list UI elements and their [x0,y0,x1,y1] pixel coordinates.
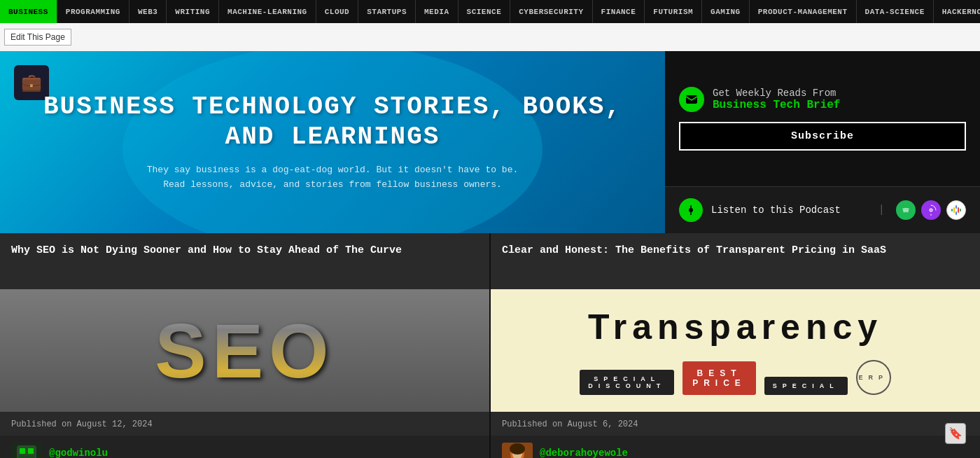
articles-grid: Why SEO is Not Dying Sooner and How to S… [0,233,980,458]
spotify-icon[interactable] [896,200,916,220]
article-image-1: SEO [0,289,489,412]
author-info-1: @godwinolu Victor Oluponmile Godwin [49,447,170,458]
edit-page-button[interactable]: Edit This Page [4,29,71,46]
svg-rect-12 [958,207,959,213]
hero-sidebar: Get Weekly Reads From Business Tech Brie… [665,51,980,233]
article-title-1: Why SEO is Not Dying Sooner and How to S… [0,233,489,289]
svg-rect-15 [20,448,25,454]
newsletter-text: Get Weekly Reads From Business Tech Brie… [713,88,840,111]
article-card-2: Clear and Honest: The Benefits of Transp… [491,233,980,458]
nav-item-cybersecurity[interactable]: CYBERSECURITY [510,0,592,23]
svg-rect-17 [18,455,35,458]
published-date-1: Published on August 12, 2024 [11,419,153,429]
nav-item-writing[interactable]: WRITING [167,0,219,23]
svg-rect-10 [960,209,961,211]
article-title-2: Clear and Honest: The Benefits of Transp… [491,233,980,289]
google-podcasts-icon[interactable] [946,200,966,220]
newsletter-section: Get Weekly Reads From Business Tech Brie… [665,51,980,187]
nav-item-cloud[interactable]: CLOUD [316,0,359,23]
nav-item-futurism[interactable]: FUTURISM [645,0,702,23]
newsletter-label: Get Weekly Reads From [713,88,840,99]
nav-item-data-science[interactable]: DATA-SCIENCE [857,0,934,23]
nav-bar: BUSINESSPROGRAMMINGWEB3WRITINGMACHINE-LE… [0,0,980,23]
nav-item-product-management[interactable]: PRODUCT-MANAGEMENT [750,0,857,23]
podcast-icon [679,198,703,222]
newsletter-icon [679,87,704,112]
podcast-divider: | [878,204,885,216]
podcast-label: Listen to this Podcast [711,204,867,216]
hero-main: 💼 BUSINESS TECHNOLOGY STORIES, BOOKS,AND… [0,51,665,233]
newsletter-name: Business Tech Brief [713,99,840,111]
article-image-2: Transparency SPECIALDISCOUNT BESTPRICE S… [491,289,980,412]
article-card-1: Why SEO is Not Dying Sooner and How to S… [0,233,491,458]
nav-item-science[interactable]: SCIENCE [458,0,511,23]
svg-rect-0 [686,95,697,104]
author-avatar-2 [502,443,533,458]
nav-item-finance[interactable]: FINANCE [593,0,645,23]
svg-point-23 [510,443,525,454]
hero-subtitle: They say business is a dog-eat-dog world… [147,163,519,193]
nav-item-programming[interactable]: PROGRAMMING [57,0,130,23]
nav-item-machine-learning[interactable]: MACHINE-LEARNING [219,0,316,23]
podcast-platform-icons [896,200,966,220]
author-row-2: @deborahoyewole Debbie Oyewole [491,436,980,458]
article-meta-2: Published on August 6, 2024 [491,412,980,436]
podcast-section: Listen to this Podcast | [665,187,980,233]
svg-rect-11 [953,207,955,213]
author-handle-2: @deborahoyewole [540,447,628,458]
hero-section: 💼 BUSINESS TECHNOLOGY STORIES, BOOKS,AND… [0,51,980,233]
svg-rect-7 [955,205,957,209]
nav-item-hackernoon[interactable]: HACKERNOON [934,0,980,23]
seo-text: SEO [0,289,489,412]
hero-title: BUSINESS TECHNOLOGY STORIES, BOOKS,AND L… [43,92,622,152]
nav-item-business[interactable]: BUSINESS [0,0,57,23]
nav-item-startups[interactable]: STARTUPS [358,0,416,23]
apple-podcasts-icon[interactable] [921,200,941,220]
transparency-text: Transparency [588,307,883,347]
svg-point-6 [930,209,932,211]
nav-item-web3[interactable]: WEB3 [130,0,167,23]
subscribe-button[interactable]: Subscribe [679,122,966,151]
newsletter-header: Get Weekly Reads From Business Tech Brie… [679,87,966,112]
author-info-2: @deborahoyewole Debbie Oyewole [540,447,628,458]
svg-rect-16 [28,448,34,454]
nav-item-gaming[interactable]: GAMING [702,0,750,23]
author-row-1: @godwinolu Victor Oluponmile Godwin [0,436,489,458]
article-meta-1: Published on August 12, 2024 [0,412,489,436]
svg-rect-8 [955,211,957,215]
published-date-2: Published on August 6, 2024 [502,419,638,429]
author-handle-1: @godwinolu [49,447,170,458]
nav-item-media[interactable]: MEDIA [416,0,458,23]
svg-rect-9 [951,209,953,211]
svg-point-2 [689,208,693,212]
floating-bookmark-button[interactable]: 🔖 [945,423,966,444]
author-avatar-1 [11,443,42,458]
